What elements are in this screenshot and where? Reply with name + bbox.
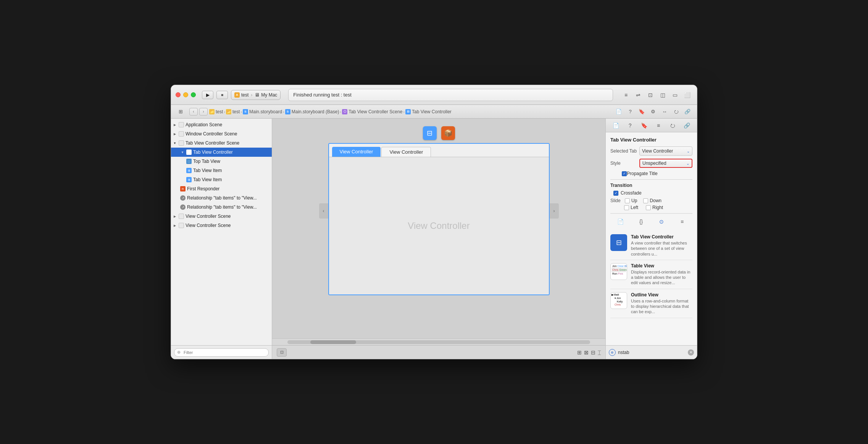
scheme-selector[interactable]: A test › 🖥 My Mac xyxy=(231,90,281,100)
tab-vc-scene-icon[interactable]: ⊟ xyxy=(423,126,437,140)
editor-mode-standard[interactable]: ≡ xyxy=(621,90,631,100)
right-checkbox[interactable] xyxy=(646,205,651,210)
style-select[interactable]: Unspecified ⌄ xyxy=(639,159,692,168)
sidebar-label: Relationship "tab items" to "View... xyxy=(187,204,257,210)
canvas-scrollbar[interactable] xyxy=(287,340,590,344)
scheme-name: test xyxy=(241,92,248,98)
canvas-nav-left[interactable]: ‹ xyxy=(319,203,328,219)
sidebar-item-relationship-2[interactable]: ↗ Relationship "tab items" to "View... xyxy=(171,203,272,212)
sidebar-item-first-responder[interactable]: R First Responder xyxy=(171,184,272,193)
library-search-input[interactable] xyxy=(618,350,686,355)
scene-container: ⊟ 📦 View Controller View Controller xyxy=(328,126,550,295)
sidebar-item-application-scene[interactable]: ▶ Application Scene xyxy=(171,120,272,129)
storyboard-icon: S xyxy=(243,109,248,114)
inspector-toggle[interactable]: ⬜ xyxy=(682,90,692,100)
stop-button[interactable]: ■ xyxy=(216,91,228,99)
inspector-content: Tab View Controller Selected Tab View Co… xyxy=(606,132,697,345)
close-button[interactable] xyxy=(176,92,181,97)
canvas-scroll[interactable]: ‹ ⊟ 📦 View Controller xyxy=(272,119,605,338)
collapse-icon: ▶ xyxy=(173,132,177,136)
sidebar-item-tab-view-item-1[interactable]: ⊞ Tab View Item xyxy=(171,166,272,175)
list-tab[interactable]: ≡ xyxy=(676,217,688,227)
table-view-lib-title[interactable]: Table View xyxy=(631,263,692,269)
table-view-lib-desc: Displays record-oriented data in a table… xyxy=(631,269,692,286)
size-inspector-btn[interactable]: ⭮ xyxy=(668,121,678,130)
canvas-nav-right[interactable]: › xyxy=(550,203,559,219)
sidebar-item-tab-vc[interactable]: ▼ ⊟ Tab View Controller xyxy=(171,148,272,157)
bc-item-vc[interactable]: ⊟ Tab View Controller xyxy=(405,109,452,114)
scheme-icon: A xyxy=(234,92,240,98)
visual-tab[interactable]: ⊙ xyxy=(656,217,667,227)
selected-tab-select[interactable]: View Controller ⌄ xyxy=(639,146,692,156)
help-inspector-btn[interactable]: ? xyxy=(625,108,635,116)
down-checkbox[interactable] xyxy=(643,198,648,203)
bc-item-test1[interactable]: 📁 test xyxy=(209,109,223,114)
attributes-inspector-btn[interactable]: ≡ xyxy=(653,121,663,130)
traffic-lights xyxy=(176,92,196,97)
propagate-label: Propagate Title xyxy=(627,171,658,176)
sidebar-item-vc-scene-2[interactable]: ▶ View Controller Scene xyxy=(171,221,272,230)
bc-item-scene[interactable]: ⬡ Tab View Controller Scene xyxy=(342,109,402,114)
editor-mode-assistant[interactable]: ⇌ xyxy=(633,90,644,100)
layout-3-button[interactable]: ⊟ xyxy=(591,349,595,356)
fit-canvas-button[interactable]: ⊡ xyxy=(277,348,287,357)
slide-label: Slide xyxy=(610,198,622,203)
canvas-scrollbar-area xyxy=(272,338,605,345)
divider-1 xyxy=(610,179,692,180)
tab-item-2[interactable]: View Controller xyxy=(381,147,431,157)
sidebar-item-tab-view-item-2[interactable]: ⊞ Tab View Item xyxy=(171,175,272,184)
sidebar-item-top-tab-view[interactable]: □ Top Tab View xyxy=(171,157,272,166)
layout-1-button[interactable]: ⊞ xyxy=(577,349,582,356)
document-tab[interactable]: 📄 xyxy=(615,217,626,227)
bindings-inspector-btn[interactable]: 🔗 xyxy=(682,108,692,116)
navigator-grid-button[interactable]: ⊞ xyxy=(176,108,186,116)
minimize-button[interactable] xyxy=(183,92,188,97)
sidebar-item-tab-vc-scene[interactable]: ▼ Tab View Controller Scene xyxy=(171,138,272,148)
back-button[interactable]: ‹ xyxy=(189,108,198,116)
identity-inspector-btn-active[interactable]: 🔖 xyxy=(639,121,649,130)
responder-icon: R xyxy=(180,186,186,191)
editor-mode-version[interactable]: ⊡ xyxy=(645,90,656,100)
search-clear-button[interactable]: ✕ xyxy=(688,349,694,356)
sidebar-item-window-controller-scene[interactable]: ▶ Window Controller Scene xyxy=(171,129,272,138)
view-icon: □ xyxy=(186,159,192,164)
sidebar-item-relationship-1[interactable]: ↗ Relationship "tab items" to "View... xyxy=(171,193,272,203)
zoom-button[interactable] xyxy=(191,92,196,97)
selected-tab-label: Selected Tab xyxy=(610,148,637,154)
navigator-toggle[interactable]: ◫ xyxy=(657,90,668,100)
bc-item-test2[interactable]: 📂 test xyxy=(226,109,240,114)
run-button[interactable]: ▶ xyxy=(202,91,213,99)
size-inspector-btn[interactable]: ↔ xyxy=(660,108,670,116)
bc-item-mainstory[interactable]: S Main.storyboard xyxy=(243,109,282,114)
outline-view-lib-title[interactable]: Outline View xyxy=(631,292,692,298)
connections-inspector-btn[interactable]: 🔗 xyxy=(682,121,692,130)
collapse-icon: ▼ xyxy=(173,141,177,145)
select-arrow-icon: ⌄ xyxy=(687,149,690,153)
responder-scene-icon[interactable]: 📦 xyxy=(441,126,455,140)
filter-search-icon: ⊕ xyxy=(177,350,181,355)
canvas-scrollbar-thumb[interactable] xyxy=(310,340,356,344)
attributes-inspector-btn[interactable]: ⚙ xyxy=(648,108,658,116)
propagate-checkbox[interactable]: ✓ xyxy=(622,171,627,176)
quick-help-btn[interactable]: ? xyxy=(625,121,635,130)
left-checkbox[interactable] xyxy=(624,205,629,210)
layout-2-button[interactable]: ⊠ xyxy=(584,349,589,356)
filter-input[interactable] xyxy=(174,348,269,357)
target-name: My Mac xyxy=(261,92,277,98)
crossfade-row: ✓ Crossfade xyxy=(613,190,692,196)
tab-item-1[interactable]: View Controller xyxy=(332,147,381,157)
connections-inspector-btn[interactable]: ⭮ xyxy=(671,108,681,116)
file-inspector-btn[interactable]: 📄 xyxy=(614,108,624,116)
debug-toggle[interactable]: ▭ xyxy=(670,90,680,100)
tab-vc-lib-title[interactable]: Tab View Controller xyxy=(631,234,692,240)
scene-icon xyxy=(179,223,184,228)
up-checkbox[interactable] xyxy=(625,198,630,203)
forward-button[interactable]: › xyxy=(199,108,208,116)
identity-inspector-btn[interactable]: 🔖 xyxy=(637,108,647,116)
file-inspector-btn[interactable]: 📄 xyxy=(611,121,621,130)
code-tab[interactable]: {} xyxy=(636,217,647,227)
crossfade-checkbox[interactable]: ✓ xyxy=(613,191,618,196)
layout-4-button[interactable]: ⌶ xyxy=(598,349,601,356)
bc-item-mainstorybase[interactable]: S Main.storyboard (Base) xyxy=(285,109,339,114)
sidebar-item-vc-scene-1[interactable]: ▶ View Controller Scene xyxy=(171,212,272,221)
